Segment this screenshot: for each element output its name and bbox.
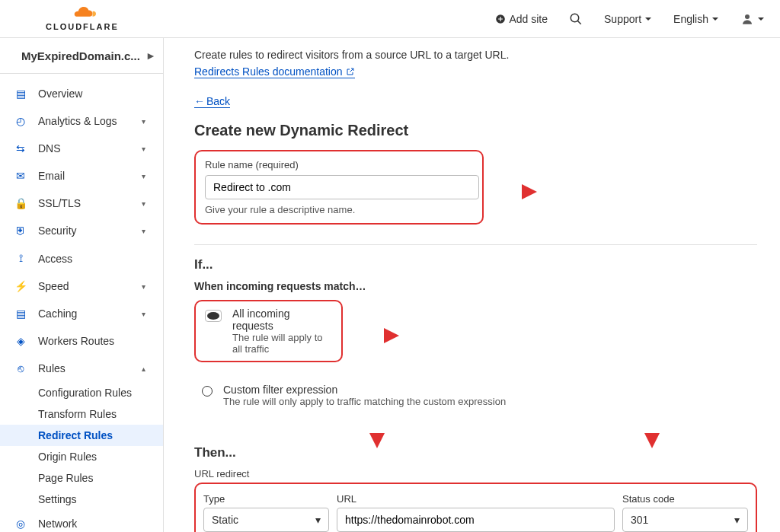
if-heading: If... bbox=[194, 257, 757, 272]
then-heading: Then... bbox=[194, 445, 757, 460]
chevron-down-icon bbox=[644, 15, 652, 23]
sidebar-item-overview[interactable]: ▤Overview bbox=[0, 80, 163, 107]
chevron-down-icon: ▾ bbox=[142, 310, 149, 318]
search-icon[interactable] bbox=[569, 12, 583, 26]
chevron-down-icon: ▾ bbox=[142, 282, 149, 291]
cloudflare-logo[interactable]: CLOUDFLARE bbox=[46, 7, 119, 31]
chevron-down-icon: ▾ bbox=[142, 227, 149, 235]
rule-name-highlight: Rule name (required) Give your rule a de… bbox=[194, 150, 484, 225]
logo-text: CLOUDFLARE bbox=[46, 22, 119, 31]
add-site-button[interactable]: Add site bbox=[495, 13, 548, 25]
back-label: Back bbox=[206, 95, 230, 107]
nav-label: Access bbox=[38, 253, 72, 265]
intro-text: Create rules to redirect visitors from a… bbox=[194, 49, 757, 61]
then-highlight: Type Static▾ URL Status code 301▾ bbox=[194, 483, 757, 532]
nav-label: Speed bbox=[38, 280, 69, 292]
sidebar-item-workers[interactable]: ◈Workers Routes bbox=[0, 327, 163, 355]
sidebar-item-ssl[interactable]: 🔒SSL/TLS▾ bbox=[0, 190, 163, 217]
analytics-icon: ◴ bbox=[14, 115, 27, 127]
chevron-down-icon: ▾ bbox=[315, 514, 321, 526]
sidebar-item-access[interactable]: ⟟Access bbox=[0, 244, 163, 272]
chevron-down-icon bbox=[711, 15, 719, 23]
type-select[interactable]: Static▾ bbox=[203, 508, 329, 532]
sidebar-item-email[interactable]: ✉Email▾ bbox=[0, 162, 163, 190]
nav-label: Rules bbox=[38, 362, 66, 374]
domain-name: MyExpiredDomain.c... bbox=[21, 49, 140, 62]
chevron-down-icon: ▾ bbox=[142, 145, 149, 153]
annotation-arrow-down-icon bbox=[366, 410, 388, 448]
svg-point-1 bbox=[571, 14, 579, 22]
sidebar-sub-origin-rules[interactable]: Origin Rules bbox=[0, 446, 163, 467]
chevron-down-icon bbox=[757, 15, 765, 23]
sidebar-sub-transform-rules[interactable]: Transform Rules bbox=[0, 403, 163, 425]
sidebar-item-dns[interactable]: ⇆DNS▾ bbox=[0, 135, 163, 162]
nav-label: Caching bbox=[38, 307, 77, 320]
url-input[interactable] bbox=[337, 508, 615, 532]
bolt-icon: ⚡ bbox=[14, 280, 27, 292]
sidebar-sub-config-rules[interactable]: Configuration Rules bbox=[0, 382, 163, 403]
dns-icon: ⇆ bbox=[14, 142, 27, 155]
language-menu[interactable]: English bbox=[673, 13, 719, 25]
caching-icon: ▤ bbox=[14, 307, 27, 320]
svg-point-3 bbox=[745, 14, 750, 19]
support-menu[interactable]: Support bbox=[604, 13, 652, 25]
then-subhead: URL redirect bbox=[194, 468, 757, 479]
sidebar-item-network[interactable]: ◎Network bbox=[0, 510, 163, 532]
email-icon: ✉ bbox=[14, 170, 27, 182]
sidebar-item-speed[interactable]: ⚡Speed▾ bbox=[0, 272, 163, 300]
nav-label: Email bbox=[38, 170, 65, 182]
annotation-arrow-icon bbox=[491, 180, 537, 203]
sidebar-sub-page-rules[interactable]: Page Rules bbox=[0, 467, 163, 489]
sidebar-sub-settings[interactable]: Settings bbox=[0, 489, 163, 510]
sidebar-item-analytics[interactable]: ◴Analytics & Logs▾ bbox=[0, 107, 163, 135]
account-menu[interactable] bbox=[740, 12, 765, 26]
type-label: Type bbox=[203, 493, 329, 505]
sidebar-nav: ▤Overview ◴Analytics & Logs▾ ⇆DNS▾ ✉Emai… bbox=[0, 74, 163, 532]
rule-name-hint: Give your rule a descriptive name. bbox=[205, 204, 473, 215]
nav-label: Overview bbox=[38, 88, 82, 100]
user-icon bbox=[740, 12, 754, 26]
annotation-arrow-icon bbox=[353, 324, 399, 347]
sidebar-item-caching[interactable]: ▤Caching▾ bbox=[0, 300, 163, 327]
sidebar-item-rules[interactable]: ⎋Rules▴ bbox=[0, 355, 163, 382]
add-site-label: Add site bbox=[509, 13, 548, 25]
nav-label: Security bbox=[38, 225, 77, 237]
page-title: Create new Dynamic Redirect bbox=[194, 122, 757, 139]
radio-selected-icon bbox=[205, 310, 222, 322]
rule-name-input[interactable] bbox=[205, 175, 479, 199]
nav-label: SSL/TLS bbox=[38, 197, 81, 209]
back-link[interactable]: ←Back bbox=[194, 95, 230, 108]
radio-all-sub: The rule will apply to all traffic bbox=[232, 332, 332, 355]
shield-icon: ⛨ bbox=[14, 225, 27, 237]
status-label: Status code bbox=[622, 493, 748, 505]
external-link-icon bbox=[346, 67, 355, 76]
docs-link[interactable]: Redirects Rules documentation bbox=[194, 65, 355, 78]
chevron-down-icon: ▾ bbox=[142, 172, 149, 180]
docs-link-label: Redirects Rules documentation bbox=[194, 65, 343, 78]
overview-icon: ▤ bbox=[14, 88, 27, 100]
radio-all-incoming[interactable]: All incoming requests The rule will appl… bbox=[205, 307, 332, 355]
chevron-down-icon: ▾ bbox=[142, 117, 149, 126]
app-header: CLOUDFLARE Add site Support English bbox=[0, 0, 780, 38]
nav-label: Network bbox=[38, 518, 77, 530]
cloud-icon bbox=[67, 7, 98, 21]
access-icon: ⟟ bbox=[14, 252, 27, 265]
url-label: URL bbox=[337, 493, 615, 505]
sidebar-sub-redirect-rules[interactable]: Redirect Rules bbox=[0, 425, 163, 446]
main-content: Create rules to redirect visitors from a… bbox=[164, 38, 780, 532]
chevron-right-icon: ▸ bbox=[148, 49, 154, 62]
nav-label: DNS bbox=[38, 142, 61, 155]
radio-all-highlight: All incoming requests The rule will appl… bbox=[194, 300, 343, 362]
separator bbox=[194, 244, 757, 245]
chevron-up-icon: ▴ bbox=[142, 365, 149, 373]
status-select[interactable]: 301▾ bbox=[622, 508, 748, 532]
plus-circle-icon bbox=[495, 14, 506, 24]
chevron-down-icon: ▾ bbox=[734, 514, 740, 526]
domain-selector[interactable]: MyExpiredDomain.c... ▸ bbox=[0, 38, 163, 74]
annotation-arrow-down-icon bbox=[641, 410, 663, 448]
sidebar: MyExpiredDomain.c... ▸ ▤Overview ◴Analyt… bbox=[0, 38, 164, 532]
sidebar-item-security[interactable]: ⛨Security▾ bbox=[0, 217, 163, 244]
radio-custom-title: Custom filter expression bbox=[223, 384, 506, 396]
radio-custom-filter[interactable]: Custom filter expression The rule will o… bbox=[194, 384, 757, 407]
support-label: Support bbox=[604, 13, 641, 25]
